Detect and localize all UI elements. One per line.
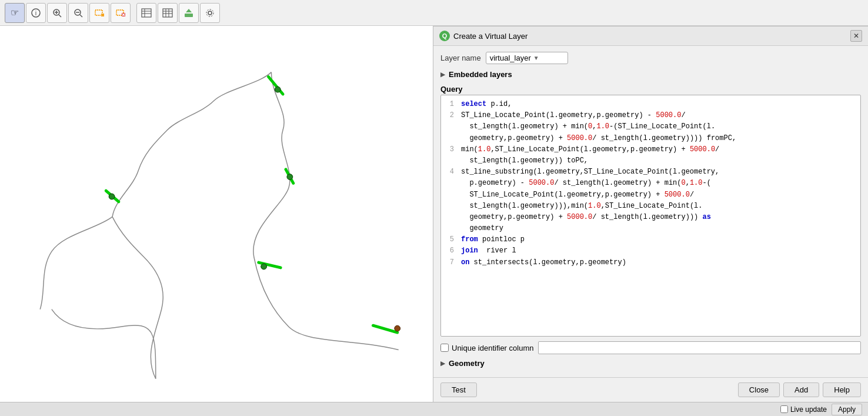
query-label: Query	[440, 85, 861, 94]
svg-rect-19	[163, 9, 172, 17]
layer-name-dropdown-arrow[interactable]: ▼	[533, 55, 539, 61]
live-update-checkbox[interactable]	[780, 405, 788, 413]
code-line-3: 3 min(1.0,ST_Line_Locate_Point(l.geometr…	[446, 144, 856, 167]
code-line-7: 7 on st_intersects(l.geometry,p.geometry…	[446, 257, 856, 268]
close-dialog-button[interactable]: ✕	[850, 30, 862, 42]
toolbar: ☞ i	[0, 0, 868, 26]
uid-checkbox-wrap[interactable]: Unique identifier column	[440, 344, 533, 352]
statistics-tool[interactable]	[158, 3, 178, 23]
svg-point-36	[261, 264, 267, 269]
svg-text:i: i	[35, 9, 36, 16]
zoom-out-tool[interactable]	[68, 3, 88, 23]
dialog-titlebar: Q Create a Virtual Layer ✕	[433, 26, 868, 46]
qgis-logo-icon: Q	[439, 31, 450, 41]
svg-point-26	[208, 11, 212, 15]
svg-line-7	[80, 15, 82, 17]
layer-name-label: Layer name	[440, 54, 481, 62]
layer-name-row: Layer name virtual_layer ▼	[440, 52, 861, 64]
code-line-2: 2 ST_Line_Locate_Point(l.geometry,p.geom…	[446, 110, 856, 144]
uid-label: Unique identifier column	[452, 344, 533, 352]
svg-point-37	[395, 325, 400, 331]
pan-tool[interactable]: ☞	[5, 3, 25, 23]
map-canvas[interactable]	[0, 26, 433, 402]
geometry-arrow-icon: ▶	[440, 360, 445, 367]
test-button[interactable]: Test	[440, 382, 477, 397]
geometry-label: Geometry	[449, 359, 485, 368]
uid-checkbox[interactable]	[440, 344, 449, 352]
query-section: Query 1 select p.id, 2 ST_Line_Locate_Po…	[440, 85, 861, 337]
query-editor[interactable]: 1 select p.id, 2 ST_Line_Locate_Point(l.…	[440, 95, 861, 337]
svg-rect-15	[142, 9, 151, 17]
zoom-in-tool[interactable]	[47, 3, 67, 23]
uid-row: Unique identifier column	[440, 341, 861, 354]
create-virtual-layer-dialog: Q Create a Virtual Layer ✕ Layer name vi…	[433, 26, 868, 402]
svg-point-27	[206, 9, 213, 16]
dialog-title-left: Q Create a Virtual Layer	[439, 31, 528, 41]
identify-tool[interactable]: i	[26, 3, 46, 23]
footer-left: Test	[440, 382, 477, 397]
svg-point-33	[275, 86, 281, 92]
bottom-section: Unique identifier column ▶ Geometry	[440, 341, 861, 371]
svg-rect-10	[101, 14, 104, 16]
geometry-header[interactable]: ▶ Geometry	[440, 358, 861, 369]
svg-rect-24	[185, 14, 193, 17]
dialog-footer: Test Close Add Help	[433, 377, 868, 402]
close-button[interactable]: Close	[738, 382, 780, 397]
live-update-wrap: Live update	[780, 405, 827, 414]
code-line-6: 6 join river l	[446, 245, 856, 257]
layer-name-input[interactable]: virtual_layer ▼	[486, 52, 568, 64]
add-button[interactable]: Add	[783, 382, 819, 397]
code-line-4: 4 st_line_substring(l.geometry,ST_Line_L…	[446, 167, 856, 234]
main-area: Q Create a Virtual Layer ✕ Layer name vi…	[0, 26, 868, 402]
svg-point-35	[109, 194, 115, 199]
help-button[interactable]: Help	[823, 382, 861, 397]
code-line-5: 5 from pointloc p	[446, 234, 856, 245]
select-rectangle-tool[interactable]	[89, 3, 109, 23]
live-update-label: Live update	[790, 405, 827, 414]
deselect-tool[interactable]	[111, 3, 131, 23]
svg-line-3	[59, 15, 61, 17]
svg-point-34	[287, 174, 293, 180]
code-line-1: 1 select p.id,	[446, 99, 856, 110]
svg-marker-25	[186, 9, 192, 12]
settings-tool[interactable]	[200, 3, 220, 23]
footer-right: Close Add Help	[738, 382, 861, 397]
uid-text-input[interactable]	[538, 341, 861, 354]
dialog-body: Layer name virtual_layer ▼ ▶ Embedded la…	[433, 46, 868, 377]
embedded-layers-arrow-icon: ▶	[440, 71, 445, 78]
embedded-layers-header[interactable]: ▶ Embedded layers	[440, 69, 861, 80]
dialog-title-text: Create a Virtual Layer	[453, 32, 528, 41]
statusbar: Live update Apply	[0, 402, 868, 416]
layer-name-value: virtual_layer	[490, 54, 531, 62]
embedded-layers-label: Embedded layers	[449, 70, 512, 79]
svg-line-32	[373, 325, 397, 332]
apply-button[interactable]: Apply	[832, 404, 862, 415]
export-tool[interactable]	[179, 3, 199, 23]
open-attributes-tool[interactable]	[136, 3, 156, 23]
